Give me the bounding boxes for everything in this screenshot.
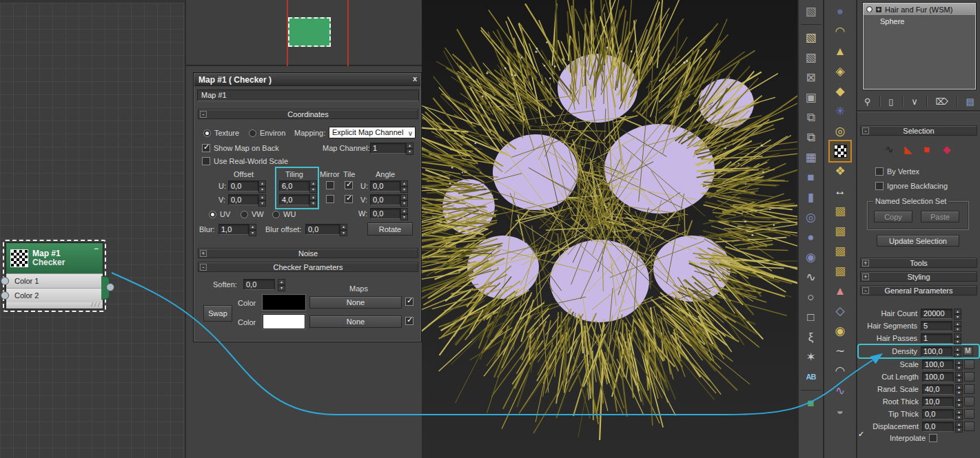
paste-button[interactable]: Paste [921, 211, 959, 222]
angle-v-spinner[interactable]: ▴▾ [400, 194, 408, 205]
expand-icon[interactable]: + [862, 260, 869, 267]
param-field[interactable]: 100,0 [922, 360, 954, 370]
use-real-world-scale-checkbox[interactable] [202, 157, 210, 165]
lock-box-icon[interactable]: ▣ [801, 87, 821, 107]
modifier-stack[interactable]: + Hair and Fur (WSM) Sphere [863, 3, 976, 90]
expand-icon[interactable]: + [862, 273, 869, 280]
param-map-button[interactable] [964, 360, 974, 369]
uvw-map-icon[interactable]: ❖ [830, 161, 850, 181]
text-shape-icon[interactable]: AB [801, 367, 821, 387]
color1-input-socket[interactable] [1, 277, 9, 285]
offset-v-spinner[interactable]: ▴▾ [258, 194, 266, 205]
circle-shape-icon[interactable]: ○ [801, 287, 821, 307]
color1-swatch[interactable] [263, 295, 305, 310]
color2-map-button[interactable]: None [309, 315, 402, 328]
color1-map-button[interactable]: None [309, 296, 402, 309]
green-box-icon[interactable]: ■ [801, 393, 821, 413]
show-end-result-icon[interactable]: ▯ [888, 96, 893, 107]
node-slot-color1[interactable]: Color 1 [6, 273, 103, 288]
camo-map-icon-2[interactable]: ▩ [830, 221, 850, 241]
rollout-styling[interactable]: + Styling [860, 271, 977, 282]
uv-radio[interactable] [209, 211, 216, 218]
viewport[interactable] [422, 0, 797, 458]
paste-box-icon[interactable]: ⧉ [801, 127, 821, 147]
ignore-backfacing-checkbox[interactable] [875, 182, 884, 190]
melt-modifier-icon[interactable]: ◈ [830, 61, 850, 81]
param-field[interactable]: 10,0 [922, 397, 954, 407]
navigator-node-proxy[interactable] [288, 17, 331, 47]
map-channel-field[interactable]: 1 [370, 143, 406, 154]
param-field[interactable]: 40,0 [922, 384, 954, 395]
taper-modifier-icon[interactable]: ◆ [830, 81, 850, 101]
tiling-v-field[interactable]: 4,0 [279, 194, 309, 205]
param-map-button[interactable] [964, 372, 974, 382]
camo-map-icon[interactable]: ▩ [830, 201, 850, 221]
edit-spline-icon[interactable]: ∼ [830, 341, 850, 361]
lightbulb-icon[interactable] [866, 6, 872, 12]
soften-field[interactable]: 0,0 [243, 279, 275, 290]
tile-u-checkbox[interactable] [345, 181, 353, 189]
polygon-icon[interactable]: ■ [923, 143, 930, 155]
remove-modifier-icon[interactable]: ⌦ [935, 96, 948, 107]
angle-w-spinner[interactable]: ▴▾ [400, 208, 408, 219]
param-spinner[interactable]: ▴▾ [955, 384, 963, 395]
pin-stack-icon[interactable]: ⚲ [864, 96, 871, 107]
expand-icon[interactable]: + [200, 250, 207, 257]
collapse-icon[interactable]: - [862, 287, 869, 294]
copy-box-icon[interactable]: ⧉ [801, 107, 821, 127]
camo-map-icon-4[interactable]: ▩ [830, 261, 850, 281]
dialog-title[interactable]: Map #1 ( Checker ) [194, 74, 420, 86]
param-spinner[interactable]: ▴▾ [955, 421, 963, 432]
box-primitive-icon[interactable]: ■ [801, 167, 821, 187]
param-map-button[interactable] [964, 409, 974, 419]
show-map-on-back-checkbox[interactable] [202, 144, 210, 152]
environ-radio[interactable] [249, 129, 256, 137]
cylinder-icon[interactable]: ▮ [801, 187, 821, 207]
param-spinner[interactable]: ▴▾ [954, 321, 961, 331]
rollout-coordinates[interactable]: - Coordinates [198, 109, 418, 119]
collapse-icon[interactable]: - [862, 127, 869, 134]
modifier-stack-base-row[interactable]: Sphere [864, 15, 975, 26]
gear-icon[interactable]: ◒ [830, 401, 850, 421]
s-curve-icon[interactable]: ∿ [830, 381, 850, 401]
vw-radio[interactable] [241, 211, 248, 218]
star-shape-icon[interactable]: ✶ [801, 347, 821, 367]
angle-u-field[interactable]: 0,0 [370, 180, 400, 191]
rollout-checker-parameters[interactable]: - Checker Parameters [198, 262, 418, 272]
poly-cube-icon[interactable]: ▧ [801, 1, 821, 21]
chamfer-box-icon[interactable]: ◇ [830, 301, 850, 321]
map-name-field[interactable]: Map #1 [197, 90, 419, 101]
modifier-stack-selected-row[interactable]: + Hair and Fur (WSM) [864, 3, 975, 15]
param-map-button[interactable]: M [963, 346, 973, 356]
color2-input-socket[interactable] [1, 291, 9, 300]
face-icon[interactable]: ◣ [904, 143, 912, 156]
rollout-noise[interactable]: + Noise [198, 248, 418, 258]
camo-map-icon-3[interactable]: ▩ [830, 241, 850, 261]
swap-button[interactable]: Swap [203, 305, 232, 322]
torus-icon[interactable]: ◉ [801, 247, 821, 267]
arc-icon[interactable]: ◠ [830, 361, 850, 381]
delete-box-icon[interactable]: ⊠ [801, 67, 821, 87]
mirror-u-checkbox[interactable] [326, 181, 334, 189]
by-vertex-checkbox[interactable] [875, 167, 884, 176]
copy-button[interactable]: Copy [874, 211, 912, 222]
collapse-icon[interactable]: - [200, 264, 207, 271]
color2-map-checkbox[interactable] [405, 317, 414, 325]
param-spinner[interactable]: ▴▾ [955, 372, 963, 382]
map-channel-spinner[interactable]: ▴▾ [406, 143, 414, 154]
param-field[interactable]: 100,0 [922, 372, 954, 382]
param-field[interactable]: 0,0 [922, 409, 954, 419]
ring-modifier-icon[interactable]: ◎ [830, 121, 850, 141]
node-output-socket[interactable] [106, 283, 114, 291]
param-spinner[interactable]: ▴▾ [955, 360, 963, 370]
rectangle-shape-icon[interactable]: □ [801, 307, 821, 327]
blur-offset-spinner[interactable]: ▴▾ [340, 224, 347, 235]
checker-material-node[interactable]: Map #1 Checker − Color 1 Color 2 /// [3, 240, 106, 312]
param-map-button[interactable] [964, 384, 974, 394]
param-field[interactable]: 0,0 [922, 421, 954, 432]
texture-radio[interactable] [203, 129, 211, 137]
node-collapse-icon[interactable]: − [94, 244, 99, 253]
param-spinner[interactable]: ▴▾ [954, 309, 961, 319]
node-slot-color2[interactable]: Color 2 [6, 288, 103, 302]
mirror-v-checkbox[interactable] [326, 195, 334, 203]
